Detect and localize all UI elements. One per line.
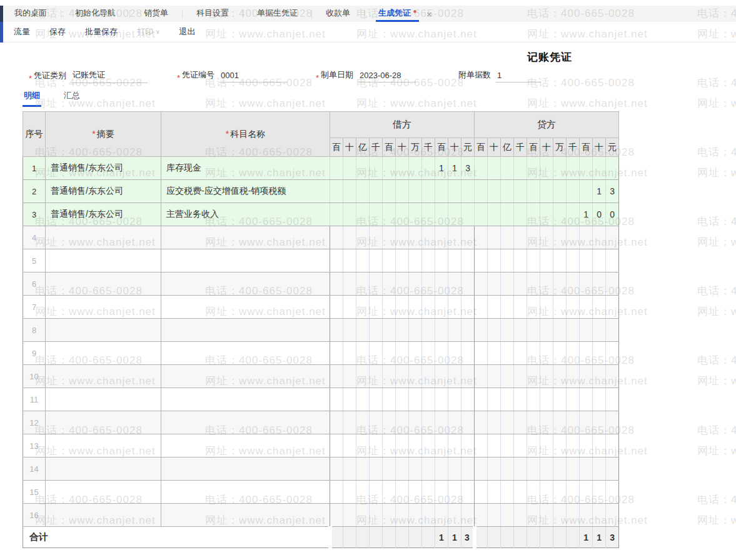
view-tab-1[interactable]: 明细	[23, 88, 41, 107]
digit-cell-credit[interactable]	[606, 365, 619, 388]
digit-cell-credit[interactable]	[475, 458, 488, 481]
digit-cell-credit[interactable]: 0	[593, 203, 606, 226]
digit-cell-debit[interactable]	[448, 365, 461, 388]
digit-cell-credit[interactable]	[514, 481, 527, 504]
digit-cell-debit[interactable]	[330, 481, 343, 504]
digit-cell-credit[interactable]	[488, 342, 501, 365]
digit-cell-credit[interactable]	[527, 296, 540, 319]
tab-7[interactable]: 生成凭证*	[376, 6, 419, 22]
digit-cell-credit[interactable]	[527, 388, 540, 411]
digit-cell-debit[interactable]	[448, 434, 461, 458]
digit-cell-credit[interactable]	[593, 504, 606, 527]
digit-cell-debit[interactable]	[343, 319, 356, 342]
digit-cell-debit[interactable]	[330, 504, 343, 527]
digit-cell-debit[interactable]	[435, 388, 448, 411]
digit-cell-credit[interactable]	[527, 434, 540, 458]
digit-cell-credit[interactable]	[580, 458, 593, 481]
digit-cell-debit[interactable]	[370, 458, 383, 481]
digit-cell-debit[interactable]	[461, 388, 475, 411]
digit-cell-debit[interactable]	[396, 226, 409, 249]
digit-cell-credit[interactable]	[553, 157, 567, 180]
digit-cell-debit[interactable]	[396, 365, 409, 388]
digit-cell-credit[interactable]	[553, 226, 567, 249]
form-field-value[interactable]: 2023-06-28	[358, 71, 416, 82]
toolbar-button-2[interactable]: 保存	[49, 26, 66, 38]
digit-cell-credit[interactable]	[501, 434, 514, 458]
digit-cell-debit[interactable]	[343, 411, 356, 434]
row-account-cell[interactable]	[161, 226, 330, 249]
digit-cell-debit[interactable]	[383, 249, 396, 272]
digit-cell-debit[interactable]	[356, 226, 370, 249]
digit-cell-debit[interactable]	[435, 481, 448, 504]
digit-cell-debit[interactable]	[422, 319, 435, 342]
digit-cell-debit[interactable]	[370, 434, 383, 458]
digit-cell-debit[interactable]	[330, 434, 343, 458]
digit-cell-debit[interactable]	[383, 342, 396, 365]
digit-cell-debit[interactable]	[370, 249, 383, 272]
digit-cell-credit[interactable]	[567, 249, 580, 272]
row-summary-cell[interactable]: 普通销售/东东公司	[46, 157, 161, 180]
digit-cell-debit[interactable]	[435, 411, 448, 434]
digit-cell-credit[interactable]	[527, 342, 540, 365]
form-field-value[interactable]: 记账凭证	[71, 69, 148, 83]
digit-cell-credit[interactable]	[553, 458, 567, 481]
digit-cell-credit[interactable]	[540, 388, 553, 411]
digit-cell-credit[interactable]	[606, 388, 619, 411]
digit-cell-debit[interactable]	[409, 504, 422, 527]
digit-cell-debit[interactable]	[356, 272, 370, 296]
digit-cell-debit[interactable]	[370, 319, 383, 342]
digit-cell-credit[interactable]	[488, 434, 501, 458]
row-account-cell[interactable]	[161, 296, 330, 319]
digit-cell-debit[interactable]	[356, 388, 370, 411]
digit-cell-debit[interactable]	[383, 157, 396, 180]
row-summary-cell[interactable]: 普通销售/东东公司	[46, 203, 161, 226]
digit-cell-credit[interactable]	[567, 365, 580, 388]
digit-cell-credit[interactable]	[501, 365, 514, 388]
digit-cell-credit[interactable]	[567, 226, 580, 249]
digit-cell-credit[interactable]	[475, 296, 488, 319]
digit-cell-credit[interactable]	[606, 458, 619, 481]
digit-cell-debit[interactable]	[330, 249, 343, 272]
digit-cell-debit[interactable]	[422, 157, 435, 180]
digit-cell-credit[interactable]	[567, 458, 580, 481]
digit-cell-credit[interactable]	[540, 504, 553, 527]
digit-cell-credit[interactable]	[593, 249, 606, 272]
digit-cell-debit[interactable]	[422, 481, 435, 504]
digit-cell-debit[interactable]	[461, 481, 475, 504]
digit-cell-debit[interactable]	[409, 411, 422, 434]
digit-cell-credit[interactable]	[553, 272, 567, 296]
digit-cell-credit[interactable]	[488, 365, 501, 388]
digit-cell-credit[interactable]	[567, 157, 580, 180]
digit-cell-credit[interactable]	[553, 411, 567, 434]
digit-cell-debit[interactable]	[435, 226, 448, 249]
digit-cell-debit[interactable]	[330, 272, 343, 296]
digit-cell-credit[interactable]	[488, 458, 501, 481]
digit-cell-credit[interactable]	[540, 203, 553, 226]
digit-cell-credit[interactable]	[553, 296, 567, 319]
digit-cell-credit[interactable]	[501, 249, 514, 272]
digit-cell-credit[interactable]	[567, 180, 580, 203]
digit-cell-credit[interactable]	[606, 434, 619, 458]
digit-cell-debit[interactable]	[435, 249, 448, 272]
digit-cell-debit[interactable]	[422, 458, 435, 481]
digit-cell-credit[interactable]	[540, 365, 553, 388]
digit-cell-debit[interactable]	[370, 504, 383, 527]
row-summary-cell[interactable]	[46, 388, 161, 411]
digit-cell-credit[interactable]	[540, 180, 553, 203]
digit-cell-debit[interactable]	[370, 272, 383, 296]
digit-cell-debit[interactable]	[448, 504, 461, 527]
row-account-cell[interactable]: 主营业务收入	[161, 203, 330, 226]
digit-cell-credit[interactable]	[501, 272, 514, 296]
digit-cell-debit[interactable]	[330, 203, 343, 226]
digit-cell-credit[interactable]	[514, 319, 527, 342]
row-summary-cell[interactable]	[46, 411, 161, 434]
digit-cell-credit[interactable]	[527, 272, 540, 296]
digit-cell-credit[interactable]	[514, 249, 527, 272]
digit-cell-credit[interactable]	[567, 481, 580, 504]
digit-cell-debit[interactable]	[330, 180, 343, 203]
digit-cell-debit[interactable]	[343, 504, 356, 527]
digit-cell-credit[interactable]	[593, 226, 606, 249]
digit-cell-credit[interactable]	[593, 434, 606, 458]
tab-4[interactable]: 科目设置	[194, 6, 231, 22]
digit-cell-credit[interactable]	[553, 180, 567, 203]
